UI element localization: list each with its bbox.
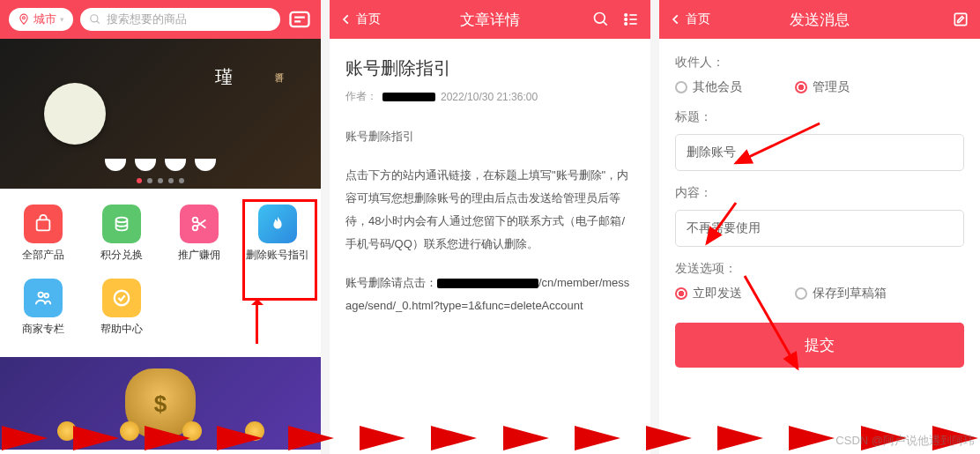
search-input[interactable]: 搜索想要的商品: [80, 8, 280, 31]
svg-line-2: [97, 21, 100, 24]
chevron-left-icon: [670, 13, 682, 26]
grid-label: 推广赚佣: [178, 249, 220, 263]
people-icon: [24, 279, 63, 317]
annotation-arrow: [696, 201, 749, 249]
banner-product-image: [44, 83, 106, 145]
article-link-line: 账号删除请点击：/cn/member/message/send/_0.html?…: [345, 272, 635, 317]
grid-item-help[interactable]: 帮助中心: [85, 273, 159, 342]
search-icon: [89, 13, 101, 26]
svg-point-5: [115, 218, 127, 223]
submit-button[interactable]: 提交: [675, 323, 964, 368]
svg-rect-19: [954, 13, 966, 25]
radio-send-now[interactable]: 立即发送: [675, 286, 742, 301]
article-meta: 作者： 2022/10/30 21:36:00: [345, 89, 635, 104]
annotation-arrow: [256, 300, 258, 344]
recipient-radios: 其他会员 管理员: [675, 79, 964, 95]
chevron-left-icon: [340, 13, 353, 26]
banner-title: 瑾: [215, 65, 233, 89]
radio-icon: [795, 81, 807, 93]
annotation-arrow: [740, 272, 811, 377]
article-title: 账号删除指引: [345, 56, 635, 80]
svg-point-14: [625, 19, 627, 21]
compose-icon[interactable]: [952, 11, 969, 28]
location-button[interactable]: 城市 ▾: [9, 8, 73, 31]
annotation-arrow: [723, 119, 828, 172]
recipient-label: 收件人：: [675, 55, 964, 71]
svg-rect-3: [291, 12, 309, 26]
grid-label: 商家专栏: [22, 323, 64, 337]
check-icon: [102, 279, 141, 317]
svg-point-9: [45, 294, 49, 298]
home-banner[interactable]: 瑾 普洱: [0, 39, 321, 189]
grid-item-all-products[interactable]: 全部产品: [7, 199, 80, 268]
chevron-down-icon: ▾: [60, 15, 64, 24]
header-title: 文章详情: [460, 10, 520, 30]
grid-item-promote[interactable]: 推广赚佣: [163, 199, 236, 268]
article-paragraph: 点击下方的站内通讯链接，在标题上填写"账号删除"，内容可填写您想删除账号的理由后…: [345, 164, 635, 256]
screen-article: 首页 文章详情 账号删除指引 作者： 2022/10/30 21:36:00 账…: [330, 0, 650, 454]
grid-item-points[interactable]: 积分兑换: [85, 199, 159, 268]
search-placeholder: 搜索想要的商品: [107, 11, 187, 27]
back-label: 首页: [356, 11, 381, 27]
svg-point-1: [91, 15, 98, 22]
svg-line-12: [604, 22, 607, 26]
list-icon[interactable]: [622, 11, 640, 28]
message-icon[interactable]: [287, 7, 312, 32]
send-option-radios: 立即发送 保存到草稿箱: [675, 286, 964, 301]
location-icon: [18, 13, 30, 26]
grid-item-merchant[interactable]: 商家专栏: [7, 273, 80, 342]
annotation-highlight-box: [242, 199, 317, 301]
grid-label: 全部产品: [22, 249, 64, 263]
scissors-icon: [180, 205, 219, 243]
content-label: 内容：: [675, 185, 964, 201]
article-body: 账号删除指引 作者： 2022/10/30 21:36:00 账号删除指引 点击…: [330, 39, 650, 335]
author-prefix: 作者：: [345, 89, 377, 104]
svg-point-8: [39, 292, 44, 297]
back-label: 首页: [686, 11, 710, 27]
header-title: 发送消息: [790, 10, 850, 30]
radio-admin[interactable]: 管理员: [795, 79, 850, 95]
svg-point-15: [625, 23, 627, 26]
send-options-label: 发送选项：: [675, 261, 964, 277]
svg-point-11: [595, 13, 605, 24]
svg-point-13: [625, 14, 627, 17]
coins-icon: [102, 205, 141, 243]
bag-icon: [24, 205, 63, 243]
banner-cups: [105, 159, 216, 171]
back-button[interactable]: 首页: [340, 11, 381, 27]
author-redacted: [382, 93, 435, 101]
home-header: 城市 ▾ 搜索想要的商品: [0, 0, 321, 39]
link-redacted: [437, 279, 538, 288]
carousel-dots[interactable]: [137, 178, 184, 183]
send-header: 首页 发送消息: [659, 0, 980, 39]
radio-icon: [675, 81, 687, 93]
search-icon[interactable]: [592, 11, 610, 28]
radio-icon: [675, 287, 687, 300]
watermark: CSDN @阿卢说他遇到阿玮: [835, 433, 975, 449]
link-prefix: 账号删除请点击：: [345, 276, 437, 289]
article-subheading: 账号删除指引: [345, 129, 635, 145]
svg-point-0: [23, 17, 26, 19]
svg-rect-4: [37, 220, 50, 230]
screen-home: 城市 ▾ 搜索想要的商品 瑾 普洱 全部产品: [0, 0, 321, 454]
article-datetime: 2022/10/30 21:36:00: [441, 91, 538, 103]
grid-label: 帮助中心: [100, 323, 143, 337]
grid-label: 积分兑换: [100, 249, 143, 263]
promo-banner[interactable]: [0, 357, 321, 450]
location-label: 城市: [33, 11, 56, 27]
back-button[interactable]: 首页: [670, 11, 710, 27]
article-header: 首页 文章详情: [330, 0, 650, 39]
radio-other-member[interactable]: 其他会员: [675, 79, 742, 95]
